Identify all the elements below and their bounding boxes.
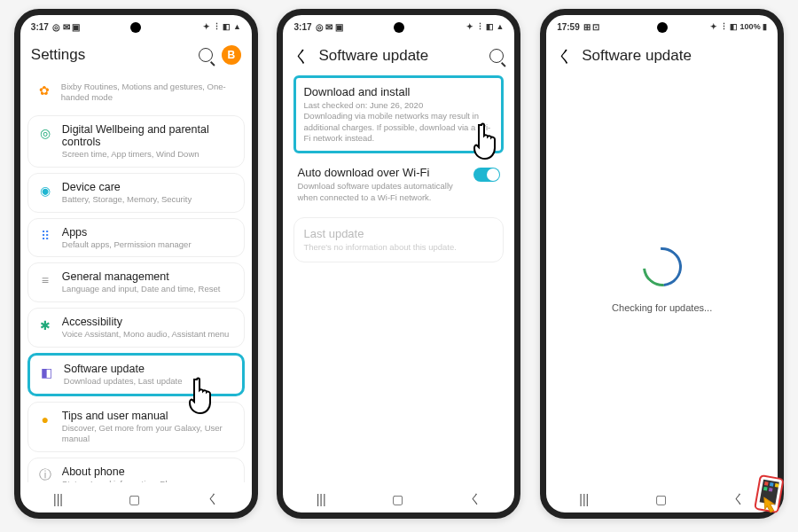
nav-bar: ||| ▢ く (20, 486, 252, 512)
nav-home[interactable]: ▢ (129, 492, 140, 506)
page-title: Software update (318, 47, 481, 65)
settings-list: ✿Bixby Routines, Motions and gestures, O… (20, 74, 252, 482)
settings-item-about[interactable]: ⓘAbout phoneStatus, Legal information, P… (27, 458, 245, 482)
settings-item-title: Accessibility (62, 316, 235, 328)
last-update-option: Last update There's no information about… (293, 217, 504, 262)
nav-recent[interactable]: ||| (317, 492, 326, 506)
profile-avatar[interactable]: B (222, 45, 241, 65)
settings-item-subtitle: Battery, Storage, Memory, Security (62, 194, 235, 205)
settings-item-icon: ◎ (37, 125, 53, 141)
settings-item-subtitle: Voice Assistant, Mono audio, Assistant m… (62, 329, 235, 340)
settings-item-icon: ◧ (39, 364, 55, 380)
settings-item-subtitle: Download updates, Last update (64, 376, 233, 387)
settings-item-software[interactable]: ◧Software updateDownload updates, Last u… (27, 353, 245, 396)
download-install-option[interactable]: Download and install Last checked on: Ju… (293, 75, 504, 153)
settings-item-icon: ● (37, 411, 53, 427)
settings-item-device[interactable]: ◉Device careBattery, Storage, Memory, Se… (27, 173, 245, 213)
nav-recent[interactable]: ||| (579, 492, 589, 506)
settings-item-title: Digital Wellbeing and parental controls (62, 123, 235, 148)
nav-bar: ||| ▢ く (283, 486, 514, 512)
phone-screen-software-update: 3:17 ◎ ✉ ▣ ✦ ⋮ ◧ ▲ く Software update Dow… (277, 9, 520, 519)
option-subtitle: Last checked on: June 26, 2020 Downloadi… (303, 100, 494, 144)
svg-rect-5 (763, 487, 768, 491)
auto-download-option[interactable]: Auto download over Wi-Fi Download softwa… (293, 157, 504, 212)
svg-rect-3 (770, 482, 774, 487)
status-icons-right: ✦ ⋮ ◧ ▲ (466, 22, 504, 31)
status-time: 3:17 (293, 22, 311, 32)
option-title: Download and install (303, 85, 494, 98)
watermark-icon (747, 473, 791, 525)
settings-item-subtitle: Default apps, Permission manager (62, 239, 235, 250)
nav-recent[interactable]: ||| (53, 492, 63, 506)
settings-item-subtitle: Bixby Routines, Motions and gestures, On… (61, 82, 236, 103)
settings-item-subtitle: Discover, Get more from your Galaxy, Use… (62, 423, 235, 444)
nav-home[interactable]: ▢ (655, 492, 667, 506)
settings-item-subtitle: Screen time, App timers, Wind Down (62, 149, 235, 160)
svg-rect-6 (769, 488, 773, 492)
nav-back[interactable]: く (469, 491, 481, 507)
option-title: Last update (303, 227, 494, 240)
settings-item-title: Software update (64, 363, 233, 375)
nav-home[interactable]: ▢ (392, 492, 403, 506)
status-time: 3:17 (31, 22, 49, 32)
settings-item-icon: ≡ (37, 272, 53, 288)
phone-screen-checking: 17:59 ⊞ ⊡ ✦ ⋮ ◧ 100% ▮ く Software update… (540, 9, 784, 519)
page-title: Software update (582, 47, 767, 65)
phone-screen-settings: 3:17 ◎ ✉ ▣ ✦ ⋮ ◧ ▲ Settings B ✿Bixby Rou… (14, 9, 258, 519)
settings-item-tips[interactable]: ●Tips and user manualDiscover, Get more … (27, 402, 245, 452)
settings-item-icon: ⓘ (37, 467, 53, 482)
back-icon[interactable]: く (293, 45, 309, 66)
auto-download-toggle[interactable] (473, 168, 500, 182)
option-subtitle: Download software updates automatically … (297, 181, 466, 203)
settings-item-title: Device care (62, 181, 235, 193)
settings-item-icon: ⠿ (37, 228, 53, 244)
software-update-options: Download and install Last checked on: Ju… (283, 75, 514, 262)
camera-notch (657, 22, 668, 33)
search-icon[interactable] (489, 49, 504, 63)
back-icon[interactable]: く (557, 45, 573, 66)
settings-header: Settings B (20, 38, 252, 74)
settings-item-subtitle: Language and input, Date and time, Reset (62, 284, 235, 294)
settings-item-title: Tips and user manual (62, 410, 235, 422)
search-icon[interactable] (199, 48, 213, 62)
settings-item-icon: ◉ (37, 183, 53, 199)
spinner-icon (635, 239, 690, 294)
settings-item-title: General management (62, 270, 235, 283)
settings-item-bixby[interactable]: ✿Bixby Routines, Motions and gestures, O… (27, 74, 245, 110)
settings-item-accessibility[interactable]: ✱AccessibilityVoice Assistant, Mono audi… (27, 308, 245, 348)
status-icons-left: ⊞ ⊡ (583, 22, 600, 32)
status-icons-left: ◎ ✉ ▣ (52, 22, 81, 32)
svg-rect-2 (764, 481, 769, 486)
option-subtitle: There's no information about this update… (303, 242, 494, 253)
page-title: Settings (31, 46, 190, 64)
camera-notch (130, 22, 141, 33)
nav-back[interactable]: く (732, 491, 745, 507)
settings-item-digital[interactable]: ◎Digital Wellbeing and parental controls… (27, 115, 245, 168)
svg-rect-4 (775, 483, 779, 488)
status-icons-right: ✦ ⋮ ◧ 100% ▮ (710, 22, 767, 31)
settings-item-icon: ✱ (37, 317, 53, 333)
settings-item-title: Apps (62, 226, 235, 239)
loading-area: Checking for updates... (546, 75, 778, 484)
option-title: Auto download over Wi-Fi (297, 166, 466, 179)
loading-text: Checking for updates... (612, 302, 712, 313)
software-update-header: く Software update (546, 38, 778, 75)
settings-item-icon: ✿ (36, 82, 52, 98)
software-update-header: く Software update (283, 38, 514, 75)
status-icons-right: ✦ ⋮ ◧ ▲ (203, 22, 240, 31)
camera-notch (394, 22, 404, 33)
status-time: 17:59 (557, 22, 580, 32)
settings-item-apps[interactable]: ⠿AppsDefault apps, Permission manager (27, 218, 245, 258)
nav-back[interactable]: く (207, 491, 219, 507)
status-icons-left: ◎ ✉ ▣ (316, 22, 344, 32)
settings-item-title: About phone (62, 466, 235, 478)
settings-item-general[interactable]: ≡General managementLanguage and input, D… (27, 262, 245, 302)
nav-bar: ||| ▢ く (546, 486, 778, 512)
settings-item-subtitle: Status, Legal information, Phone name (62, 479, 235, 482)
